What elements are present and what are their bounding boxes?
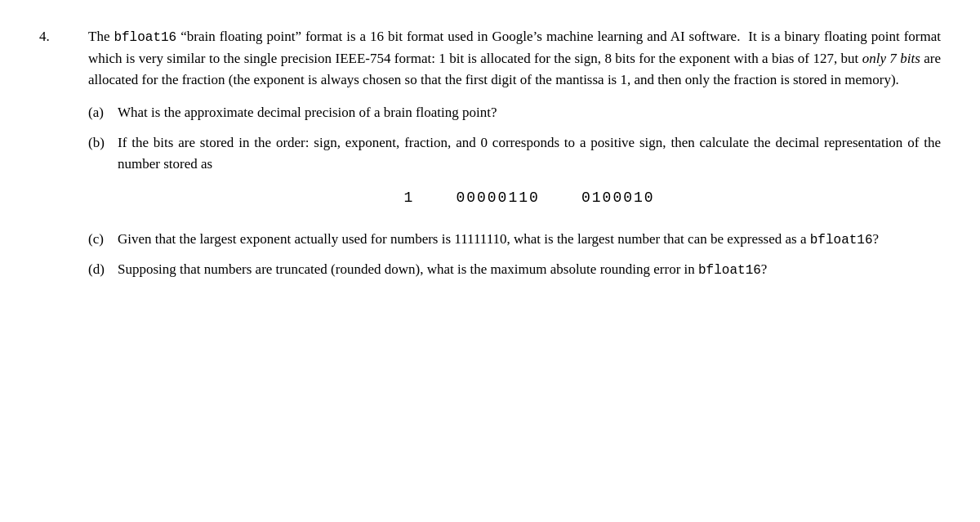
part-c: (c) Given that the largest exponent actu… bbox=[88, 229, 941, 251]
part-d-label: (d) bbox=[88, 259, 118, 280]
bfloat16-ref-3: bfloat16 bbox=[698, 263, 761, 278]
part-d-content: Supposing that numbers are truncated (ro… bbox=[118, 259, 941, 281]
part-d: (d) Supposing that numbers are truncated… bbox=[88, 259, 941, 281]
problem-4: 4. The bfloat16 “brain floating point” f… bbox=[39, 26, 941, 289]
part-a-label: (a) bbox=[88, 102, 118, 123]
part-c-label: (c) bbox=[88, 229, 118, 250]
binary-value: 1 00000110 0100010 bbox=[118, 187, 941, 210]
part-a-content: What is the approximate decimal precisio… bbox=[118, 102, 941, 123]
part-b-content: If the bits are stored in the order: sig… bbox=[118, 132, 941, 221]
part-b: (b) If the bits are stored in the order:… bbox=[88, 132, 941, 221]
bfloat16-ref-2: bfloat16 bbox=[810, 233, 873, 248]
problem-intro-text: The bfloat16 “brain floating point” form… bbox=[88, 26, 941, 91]
problem-body: The bfloat16 “brain floating point” form… bbox=[88, 26, 941, 289]
parts-list: (a) What is the approximate decimal prec… bbox=[88, 102, 941, 281]
part-c-content: Given that the largest exponent actually… bbox=[118, 229, 941, 251]
problem-number: 4. bbox=[39, 26, 88, 47]
part-a: (a) What is the approximate decimal prec… bbox=[88, 102, 941, 123]
part-b-label: (b) bbox=[88, 132, 118, 154]
bfloat16-ref-1: bfloat16 bbox=[114, 30, 176, 45]
